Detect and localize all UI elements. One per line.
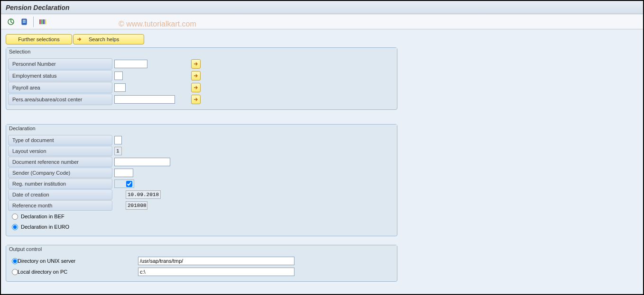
arrow-right-icon	[76, 36, 82, 42]
declaration-euro-label: Declaration in EURO	[21, 224, 69, 230]
doc-ref-number-row: Document reference number	[8, 157, 395, 167]
svg-rect-2	[23, 20, 26, 21]
selection-group-title: Selection	[6, 48, 397, 56]
selection-group: Selection Personnel Number Employment st…	[6, 47, 397, 110]
declaration-bef-label: Declaration in BEF	[21, 214, 64, 219]
pc-dir-label: Local directory on PC	[16, 269, 138, 275]
payroll-area-label: Payroll area	[8, 82, 112, 93]
declaration-group: Declaration Type of document Layout vers…	[6, 124, 397, 236]
pers-area-input[interactable]	[114, 95, 175, 104]
unix-dir-row: Directory on UNIX server	[8, 256, 395, 266]
sender-label: Sender (Company Code)	[8, 168, 112, 178]
doc-ref-number-input[interactable]	[114, 158, 170, 166]
payroll-area-input[interactable]	[114, 83, 126, 92]
title-bar: Pension Declaration	[1, 1, 643, 14]
reg-number-inst-checkbox[interactable]	[126, 181, 132, 187]
declaration-euro-row[interactable]: Declaration in EURO	[8, 222, 395, 232]
pers-area-label: Pers.area/subarea/cost center	[8, 94, 112, 105]
declaration-group-title: Declaration	[6, 125, 397, 133]
payroll-area-multi-button[interactable]	[191, 83, 201, 92]
personnel-number-multi-button[interactable]	[191, 59, 201, 69]
layout-version-label: Layout version	[8, 146, 112, 156]
variant-icon[interactable]	[37, 17, 48, 27]
svg-rect-5	[39, 19, 41, 24]
payroll-area-row: Payroll area	[8, 82, 395, 93]
type-of-document-input[interactable]	[114, 136, 122, 144]
svg-rect-4	[23, 22, 26, 23]
pc-dir-row: Local directory on PC	[8, 267, 395, 277]
pers-area-row: Pers.area/subarea/cost center	[8, 94, 395, 105]
pers-area-multi-button[interactable]	[191, 95, 201, 104]
employment-status-row: Employment status	[8, 70, 395, 81]
declaration-bef-radio[interactable]	[12, 214, 18, 220]
reg-number-inst-cell	[114, 179, 134, 188]
declaration-euro-radio[interactable]	[12, 224, 18, 230]
pc-dir-input[interactable]	[138, 268, 294, 276]
reg-number-inst-row: Reg. number institution	[8, 179, 395, 189]
sender-input[interactable]	[114, 169, 133, 177]
svg-rect-7	[43, 19, 45, 24]
output-control-group-title: Output control	[6, 245, 397, 254]
employment-status-multi-button[interactable]	[191, 71, 201, 80]
date-of-creation-value: 10.09.2018	[126, 190, 161, 199]
declaration-bef-row[interactable]: Declaration in BEF	[8, 211, 395, 222]
toolbar-divider	[33, 17, 34, 27]
unix-dir-label: Directory on UNIX server	[16, 258, 138, 264]
button-row: Further selections Search helps	[6, 34, 638, 45]
info-icon[interactable]	[19, 17, 29, 27]
doc-ref-number-label: Document reference number	[8, 157, 112, 167]
svg-rect-6	[41, 19, 43, 24]
search-helps-label: Search helps	[89, 36, 119, 42]
reference-month-value: 201808	[126, 201, 147, 210]
personnel-number-row: Personnel Number	[8, 58, 395, 70]
date-of-creation-label: Date of creation	[8, 189, 112, 200]
app-toolbar	[1, 14, 643, 29]
employment-status-input[interactable]	[114, 72, 123, 80]
personnel-number-label: Personnel Number	[8, 58, 112, 70]
output-control-group: Output control Directory on UNIX server …	[6, 245, 397, 282]
date-of-creation-row: Date of creation 10.09.2018	[8, 189, 395, 200]
reg-number-inst-label: Reg. number institution	[8, 179, 112, 189]
execute-icon[interactable]	[6, 17, 16, 27]
main-area: Further selections Search helps Selectio…	[1, 29, 643, 294]
reference-month-row: Reference month 201808	[8, 200, 395, 211]
type-of-document-label: Type of document	[8, 135, 112, 145]
personnel-number-input[interactable]	[114, 60, 147, 68]
employment-status-label: Employment status	[8, 70, 112, 81]
sender-row: Sender (Company Code)	[8, 168, 395, 178]
reference-month-label: Reference month	[8, 200, 112, 211]
page-title: Pension Declaration	[6, 4, 70, 11]
further-selections-button[interactable]: Further selections	[6, 34, 72, 45]
type-of-document-row: Type of document	[8, 135, 395, 145]
unix-dir-input[interactable]	[138, 257, 294, 265]
search-helps-button[interactable]: Search helps	[73, 34, 144, 45]
further-selections-label: Further selections	[18, 36, 59, 42]
layout-version-value: 1	[114, 147, 122, 155]
svg-rect-3	[23, 21, 26, 22]
layout-version-row: Layout version 1	[8, 146, 395, 156]
svg-rect-8	[45, 19, 46, 24]
